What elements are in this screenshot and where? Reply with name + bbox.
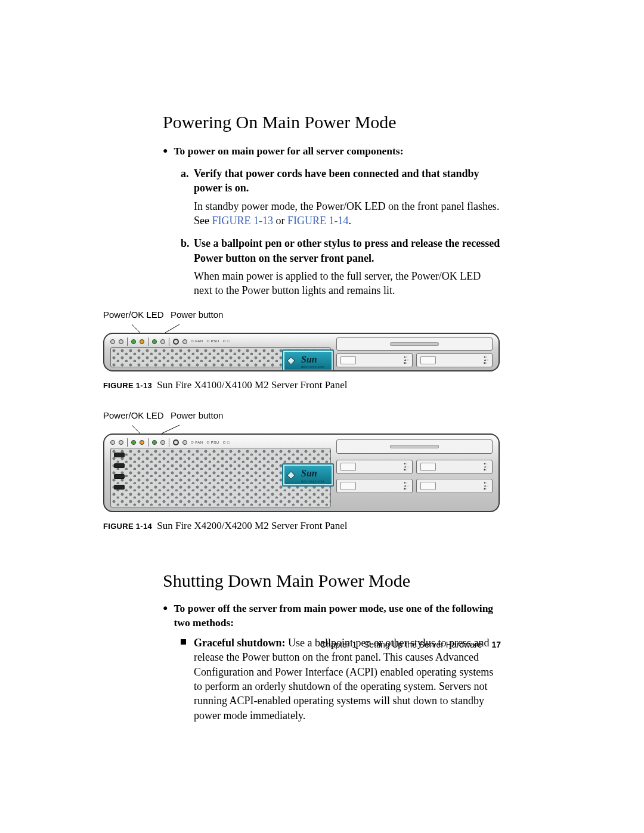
- bullet-icon: ●: [163, 144, 168, 157]
- bullet-icon: ●: [163, 602, 168, 615]
- lead-power-on: ● To power on main power for all server …: [163, 144, 501, 159]
- figure-ref: FIGURE 1-13: [103, 381, 152, 390]
- activity-led-icon: [152, 440, 157, 445]
- optical-drive: [336, 439, 493, 454]
- sun-logo-badge: Sun microsystems: [282, 463, 334, 487]
- rear-led-icon: [182, 440, 187, 445]
- top-led-icon: [160, 339, 165, 344]
- usb-port-icon: [114, 474, 125, 479]
- callout-power-button: Power button: [171, 410, 223, 422]
- power-button-icon: [173, 439, 179, 445]
- fault-led-icon: [119, 440, 123, 445]
- svg-line-1: [165, 324, 179, 333]
- divider-icon: [148, 438, 148, 447]
- figure-caption-14: FIGURE 1-14 Sun Fire X4200/X4200 M2 Serv…: [103, 519, 501, 533]
- step-body: When main power is applied to the full s…: [194, 269, 501, 298]
- figure-title: Sun Fire X4100/X4100 M2 Server Front Pan…: [157, 379, 347, 391]
- drive-bay: ●○▲○■○: [416, 353, 493, 367]
- lead-text: To power off the server from main power …: [174, 602, 501, 630]
- sun-logo-badge: Sun microsystems: [282, 349, 334, 371]
- power-button-icon: [173, 339, 179, 345]
- locator-led-icon: [110, 339, 115, 344]
- step-title: Verify that power cords have been connec…: [194, 168, 479, 194]
- server-panel-x4200: O FANO PSUO □ Sun microsystems ●○▲○■○ ●○…: [103, 433, 500, 512]
- sun-logo-subtext: microsystems: [301, 364, 324, 369]
- panel-micro-labels: O FANO PSUO □: [191, 440, 230, 445]
- sun-logo-subtext: microsystems: [301, 479, 324, 484]
- step-title: Use a ballpoint pen or other stylus to p…: [194, 237, 500, 264]
- figure-title: Sun Fire X4200/X4200 M2 Server Front Pan…: [157, 520, 347, 531]
- service-led-icon: [140, 440, 144, 445]
- callout-power-button: Power button: [171, 309, 223, 321]
- page-footer: Chapter 1 Setting Up the Server Hardware…: [103, 639, 501, 651]
- figure-1-14: Power/OK LED Power button O: [103, 410, 501, 533]
- drive-bay: ●○▲○■○: [336, 479, 413, 493]
- step-b: b. Use a ballpoint pen or other stylus t…: [181, 236, 501, 298]
- drive-bay: ●○▲○■○: [336, 353, 413, 367]
- fault-led-icon: [119, 339, 123, 344]
- rear-led-icon: [182, 339, 187, 344]
- footer-chapter: Chapter 1: [320, 640, 357, 649]
- step-marker: b.: [181, 236, 190, 250]
- figure-link-14[interactable]: FIGURE 1-14: [287, 215, 349, 227]
- top-led-icon: [160, 440, 165, 445]
- footer-title: Setting Up the Server Hardware: [364, 640, 482, 649]
- divider-icon: [148, 337, 148, 346]
- power-ok-led-icon: [131, 440, 136, 445]
- svg-line-3: [162, 425, 179, 433]
- front-panel-leds: O FANO PSUO □: [110, 438, 230, 447]
- divider-icon: [169, 438, 169, 447]
- lead-text: To power on main power for all server co…: [174, 144, 403, 159]
- front-panel-leds: O FANO PSUO □: [110, 337, 230, 346]
- drive-bay-row: ●○▲○■○ ●○▲○■○: [336, 460, 493, 474]
- drive-bay-row: ●○▲○■○ ●○▲○■○: [336, 479, 493, 493]
- divider-icon: [169, 337, 169, 346]
- divider-icon: [127, 337, 128, 346]
- divider-icon: [127, 438, 128, 447]
- usb-port-icon: [114, 463, 125, 468]
- figure-caption-13: FIGURE 1-13 Sun Fire X4100/X4100 M2 Serv…: [103, 379, 501, 392]
- activity-led-icon: [152, 339, 157, 344]
- server-panel-x4100: O FANO PSUO □ Sun microsystems ●○▲○■○ ●○…: [103, 333, 500, 371]
- drive-bay: ●○▲○■○: [336, 460, 413, 474]
- panel-micro-labels: O FANO PSUO □: [191, 339, 230, 343]
- sun-diamond-icon: [287, 357, 295, 365]
- figure-ref: FIGURE 1-14: [103, 522, 152, 531]
- figure-1-13: Power/OK LED Power button O: [103, 309, 501, 392]
- step-marker: a.: [181, 166, 189, 181]
- sun-diamond-icon: [287, 471, 295, 479]
- step-body-mid: or: [273, 215, 287, 227]
- drive-bay: ●○▲○■○: [416, 460, 493, 474]
- callout-power-ok-led: Power/OK LED: [103, 410, 164, 422]
- step-body: In standby power mode, the Power/OK LED …: [194, 199, 501, 228]
- optical-drive: [336, 337, 493, 351]
- heading-shutting-down: Shutting Down Main Power Mode: [103, 569, 501, 593]
- sun-logo-text: Sun: [301, 354, 317, 364]
- figure-link-13[interactable]: FIGURE 1-13: [212, 215, 274, 227]
- svg-line-2: [132, 425, 140, 433]
- service-led-icon: [140, 339, 144, 344]
- lead-power-off: ● To power off the server from main powe…: [163, 602, 501, 630]
- heading-powering-on: Powering On Main Power Mode: [103, 110, 501, 135]
- callout-power-ok-led: Power/OK LED: [103, 309, 164, 321]
- locator-led-icon: [110, 440, 115, 445]
- step-body-post: .: [349, 215, 352, 227]
- drive-bay: ●○▲○■○: [416, 479, 493, 493]
- svg-line-0: [132, 324, 140, 333]
- usb-port-icon: [114, 453, 125, 457]
- sun-logo-text: Sun: [301, 468, 317, 478]
- page-number: 17: [491, 640, 501, 649]
- step-a: a. Verify that power cords have been con…: [181, 166, 501, 228]
- usb-port-icon: [114, 485, 125, 490]
- power-ok-led-icon: [131, 339, 136, 344]
- usb-ports: [114, 453, 125, 490]
- drive-bay-row: ●○▲○■○ ●○▲○■○: [336, 353, 493, 367]
